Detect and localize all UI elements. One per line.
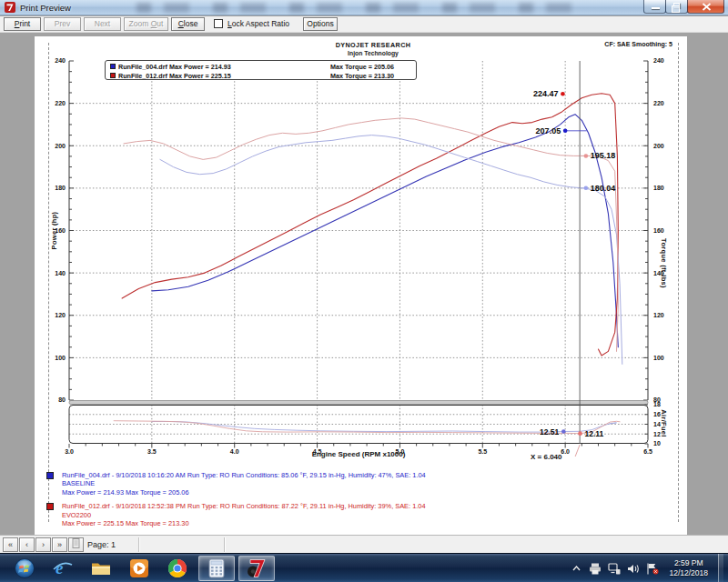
tick-label-torque: 180 [653, 185, 664, 191]
tick-label-torque: 240 [653, 57, 664, 64]
clock-date: 12/12/2018 [669, 568, 708, 578]
run-baseline-name: BASELINE [62, 479, 426, 487]
tick-label-power: 220 [55, 100, 66, 106]
calculator-icon [208, 558, 225, 578]
next-page-button[interactable]: › [35, 537, 51, 552]
flag-alert-icon [646, 563, 659, 575]
marker-label: 224.47 [533, 89, 559, 98]
start-orb-icon [14, 557, 35, 579]
statusbar-separator [138, 537, 139, 552]
close-icon [688, 0, 725, 14]
document-icon [72, 538, 80, 548]
tick-label-power: 100 [55, 355, 66, 361]
page-margin-left [48, 43, 49, 522]
y-axis-label-power: Power (hp) [50, 190, 58, 272]
tick-label-torque: 200 [653, 143, 664, 149]
print-preview-window: Print Preview Print Prev Next Zoom Out C… [0, 0, 728, 553]
speaker-icon [627, 563, 640, 575]
taskbar: e [0, 553, 728, 582]
print-button[interactable]: Print [4, 17, 41, 31]
tick-label-torque: 100 [653, 355, 664, 361]
page-number-label: Page: 1 [87, 540, 116, 549]
taskbar-item-internet-explorer[interactable]: e [46, 556, 80, 581]
dynojet-app-icon [247, 558, 267, 578]
tick-label-power: 80 [58, 396, 66, 403]
internet-explorer-icon: e [52, 557, 74, 579]
marker-label: 180.04 [591, 184, 616, 193]
run-evo2200-name: EVO2200 [62, 511, 426, 519]
tick-label-power: 240 [55, 57, 66, 64]
first-page-button[interactable]: « [3, 537, 18, 552]
taskbar-item-chrome[interactable] [160, 556, 195, 581]
titlebar: Print Preview [0, 0, 728, 15]
show-desktop-button[interactable] [718, 554, 723, 582]
marker-label: 207.05 [536, 126, 561, 135]
page-margin-right [678, 43, 679, 522]
zoom-out-button[interactable]: Zoom Out [124, 17, 168, 31]
series-torque-evo2200 [124, 118, 618, 352]
tray-expand-button[interactable] [570, 562, 582, 575]
taskbar-item-file-explorer[interactable] [84, 556, 118, 581]
run-evo2200-line1: RunFile_012.drf - 9/10/2018 12:52:38 PM … [62, 502, 426, 510]
taskbar-item-media-player[interactable] [122, 556, 157, 581]
folder-icon [90, 557, 112, 579]
marker-dot [584, 154, 589, 158]
marker-dot [561, 429, 566, 434]
run-swatch-evo2200 [46, 503, 54, 510]
chart-subtitle: Injon Technology [246, 50, 500, 56]
chrome-icon [167, 557, 188, 579]
series-torque-baseline [160, 135, 622, 365]
taskbar-clock[interactable]: 2:59 PM 12/12/2018 [665, 558, 712, 578]
marker-label: 195.18 [591, 151, 616, 160]
run-evo2200-max: Max Power = 225.15 Max Torque = 213.30 [62, 519, 426, 527]
media-player-icon [128, 557, 150, 579]
chart-header: DYNOJET RESEARCH Injon Technology [246, 41, 500, 56]
statusbar: « ‹ › » Page: 1 [0, 535, 728, 553]
printer-icon [589, 563, 602, 575]
options-button[interactable]: Options [303, 17, 338, 31]
run-info-baseline: RunFile_004.drf - 9/10/2018 10:16:20 AM … [46, 471, 426, 497]
legend-row-evo2200: RunFile_012.drf Max Power = 225.15 Max T… [110, 71, 416, 80]
tick-label-torque: 220 [653, 100, 664, 106]
legend-swatch-baseline [110, 64, 116, 69]
last-page-button[interactable]: » [52, 537, 67, 552]
close-preview-button[interactable]: Close [171, 17, 205, 31]
minimize-button[interactable] [643, 0, 666, 14]
marker-dot [584, 186, 589, 190]
taskbar-item-dynojet-app[interactable] [238, 556, 275, 581]
window-title: Print Preview [20, 3, 71, 13]
y-axis-label-torque: Torque (ft-lbs) [660, 223, 668, 305]
marker-label: 12.11 [584, 429, 603, 438]
marker-dot [578, 431, 582, 436]
prev-button[interactable]: Prev [44, 17, 81, 31]
app-icon [5, 2, 15, 13]
run-baseline-line1: RunFile_004.drf - 9/10/2018 10:16:20 AM … [62, 471, 426, 479]
next-button[interactable]: Next [84, 17, 121, 31]
chart-divider [69, 401, 648, 405]
prev-page-button[interactable]: ‹ [19, 537, 35, 552]
preview-page: 8080100100120120140140160160180180200200… [35, 36, 687, 535]
cursor-position-label: X = 6.040 [531, 453, 561, 461]
y-axis-label-airfuel: Air/Fuel [660, 383, 668, 465]
start-button[interactable] [7, 556, 42, 581]
tray-action-center-icon[interactable] [646, 562, 659, 575]
run-info: RunFile_004.drf - 9/10/2018 10:16:20 AM … [46, 471, 426, 527]
legend-row-baseline: RunFile_004.drf Max Power = 214.93 Max T… [110, 62, 416, 71]
tick-label-power: 200 [55, 143, 66, 149]
tray-printer-icon[interactable] [589, 562, 602, 575]
marker-label: 12.51 [540, 427, 560, 436]
taskbar-item-calculator[interactable] [198, 556, 235, 581]
tray-network-icon[interactable] [608, 562, 621, 575]
restore-button[interactable] [665, 0, 688, 14]
preview-area: 8080100100120120140140160160180180200200… [0, 34, 728, 535]
tray-volume-icon[interactable] [627, 562, 640, 575]
chart-legend: RunFile_004.drf Max Power = 214.93 Max T… [105, 60, 417, 80]
close-window-button[interactable] [687, 0, 724, 14]
marker-dot [563, 129, 568, 134]
tick-label-power: 120 [55, 312, 66, 318]
chart-title: DYNOJET RESEARCH [246, 41, 500, 49]
legend-swatch-evo2200 [110, 73, 116, 78]
lock-aspect-ratio-label: Lock Aspect Ratio [228, 19, 289, 28]
page-setup-button[interactable] [68, 537, 84, 552]
lock-aspect-ratio-checkbox[interactable] [214, 19, 223, 28]
